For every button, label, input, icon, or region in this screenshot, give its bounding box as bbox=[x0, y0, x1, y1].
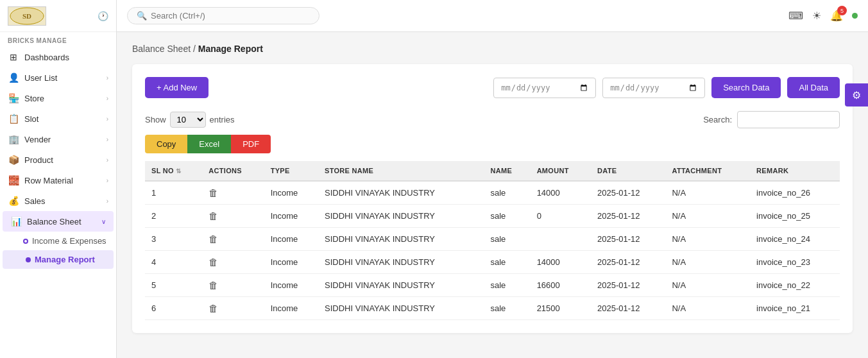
cell-remark: invoice_no_25 bbox=[750, 205, 840, 228]
cell-date: 2025-01-12 bbox=[591, 251, 665, 274]
cell-amount: 0 bbox=[531, 205, 591, 228]
sidebar-item-label: Sales bbox=[24, 196, 46, 206]
cell-name: sale bbox=[484, 274, 530, 297]
cell-name: sale bbox=[484, 297, 530, 320]
online-status-dot bbox=[852, 13, 858, 19]
cell-amount: 16600 bbox=[531, 274, 591, 297]
notification-icon[interactable]: 🔔 5 bbox=[830, 10, 843, 22]
dot-filled-icon bbox=[26, 257, 31, 262]
chevron-right-icon: › bbox=[106, 157, 108, 164]
chevron-right-icon: › bbox=[106, 115, 108, 123]
sidebar-item-slot[interactable]: 📋 Slot › bbox=[0, 108, 116, 129]
table-search-input[interactable] bbox=[737, 111, 840, 128]
delete-button[interactable]: 🗑 bbox=[208, 280, 218, 291]
cell-sl-no: 5 bbox=[145, 274, 202, 297]
cell-actions: 🗑 bbox=[202, 181, 264, 205]
cell-store-name: SIDDHI VINAYAK INDUSTRY bbox=[318, 251, 484, 274]
translate-icon[interactable]: ⌨ bbox=[788, 10, 803, 22]
chevron-right-icon: › bbox=[106, 198, 108, 205]
search-input[interactable] bbox=[151, 11, 310, 21]
show-label: Show bbox=[145, 115, 166, 124]
table-row: 3 🗑 Income SIDDHI VINAYAK INDUSTRY sale … bbox=[145, 228, 840, 251]
sidebar-item-user-list[interactable]: 👤 User List › bbox=[0, 67, 116, 88]
cell-type: Income bbox=[264, 181, 318, 205]
settings-gear-button[interactable]: ⚙ bbox=[845, 83, 868, 107]
cell-store-name: SIDDHI VINAYAK INDUSTRY bbox=[318, 274, 484, 297]
sidebar-item-dashboards[interactable]: ⊞ Dashboards bbox=[0, 47, 116, 67]
vender-icon: 🏢 bbox=[8, 134, 19, 144]
col-date: DATE bbox=[591, 161, 665, 181]
cell-amount bbox=[531, 228, 591, 251]
cell-type: Income bbox=[264, 228, 318, 251]
cell-actions: 🗑 bbox=[202, 205, 264, 228]
search-box[interactable]: 🔍 bbox=[127, 7, 319, 24]
cell-store-name: SIDDHI VINAYAK INDUSTRY bbox=[318, 205, 484, 228]
cell-name: sale bbox=[484, 181, 530, 205]
col-attachment: ATTACHMENT bbox=[665, 161, 750, 181]
cell-actions: 🗑 bbox=[202, 228, 264, 251]
cell-remark: invoice_no_23 bbox=[750, 251, 840, 274]
cell-sl-no: 1 bbox=[145, 181, 202, 205]
sidebar-item-balance-sheet[interactable]: 📊 Balance Sheet ∨ bbox=[3, 211, 114, 232]
search-data-button[interactable]: Search Data bbox=[711, 77, 781, 98]
table-search: Search: bbox=[703, 111, 840, 128]
settings-icon[interactable]: ☀ bbox=[812, 10, 821, 22]
date-to-input[interactable] bbox=[602, 78, 705, 98]
pdf-button[interactable]: PDF bbox=[231, 135, 271, 153]
table-row: 4 🗑 Income SIDDHI VINAYAK INDUSTRY sale … bbox=[145, 251, 840, 274]
cell-type: Income bbox=[264, 297, 318, 320]
delete-button[interactable]: 🗑 bbox=[208, 303, 218, 314]
cell-type: Income bbox=[264, 205, 318, 228]
cell-name: sale bbox=[484, 205, 530, 228]
entries-label: entries bbox=[210, 115, 235, 124]
all-data-button[interactable]: All Data bbox=[787, 77, 840, 98]
cell-store-name: SIDDHI VINAYAK INDUSTRY bbox=[318, 228, 484, 251]
col-actions: ACTIONS bbox=[202, 161, 264, 181]
sidebar-sub-item-label: Manage Report bbox=[35, 255, 95, 264]
sidebar-item-vender[interactable]: 🏢 Vender › bbox=[0, 129, 116, 149]
delete-button[interactable]: 🗑 bbox=[208, 257, 218, 268]
cell-attachment: N/A bbox=[665, 181, 750, 205]
sidebar: SD 🕐 BRICKS MANAGE ⊞ Dashboards 👤 User L… bbox=[0, 0, 117, 358]
cell-amount: 14000 bbox=[531, 251, 591, 274]
cell-attachment: N/A bbox=[665, 297, 750, 320]
sidebar-item-label: User List bbox=[24, 73, 57, 83]
chevron-right-icon: › bbox=[106, 136, 108, 143]
delete-button[interactable]: 🗑 bbox=[208, 187, 218, 198]
sidebar-section-label: BRICKS MANAGE bbox=[0, 32, 116, 47]
entries-select[interactable]: 10 25 50 100 bbox=[170, 112, 206, 128]
user-icon: 👤 bbox=[8, 72, 19, 83]
table-row: 2 🗑 Income SIDDHI VINAYAK INDUSTRY sale … bbox=[145, 205, 840, 228]
sidebar-item-manage-report[interactable]: Manage Report bbox=[3, 250, 114, 269]
main-card: + Add New Search Data All Data Show 10 2… bbox=[132, 64, 853, 333]
sidebar-item-income-expenses[interactable]: Income & Expenses bbox=[0, 232, 116, 250]
copy-button[interactable]: Copy bbox=[145, 135, 187, 153]
col-type: TYPE bbox=[264, 161, 318, 181]
logo: SD bbox=[8, 6, 46, 26]
col-sl-no[interactable]: SL NO bbox=[145, 161, 202, 181]
excel-button[interactable]: Excel bbox=[187, 135, 231, 153]
delete-button[interactable]: 🗑 bbox=[208, 234, 218, 244]
table-row: 5 🗑 Income SIDDHI VINAYAK INDUSTRY sale … bbox=[145, 274, 840, 297]
sidebar-item-row-material[interactable]: 🧱 Row Material › bbox=[0, 170, 116, 191]
content-area: Balance Sheet / Manage Report + Add New … bbox=[117, 32, 868, 358]
delete-button[interactable]: 🗑 bbox=[208, 210, 218, 221]
chevron-right-icon: › bbox=[106, 177, 108, 184]
sidebar-item-store[interactable]: 🏪 Store › bbox=[0, 88, 116, 108]
col-name: NAME bbox=[484, 161, 530, 181]
sidebar-item-product[interactable]: 📦 Product › bbox=[0, 149, 116, 170]
add-new-button[interactable]: + Add New bbox=[145, 77, 208, 98]
date-from-input[interactable] bbox=[493, 78, 596, 98]
cell-attachment: N/A bbox=[665, 251, 750, 274]
sidebar-item-sales[interactable]: 💰 Sales › bbox=[0, 191, 116, 211]
table-row: 1 🗑 Income SIDDHI VINAYAK INDUSTRY sale … bbox=[145, 181, 840, 205]
sidebar-item-label: Vender bbox=[24, 135, 51, 144]
search-label: Search: bbox=[703, 115, 732, 124]
breadcrumb: Balance Sheet / Manage Report bbox=[132, 44, 853, 54]
breadcrumb-parent: Balance Sheet bbox=[132, 44, 191, 54]
cell-type: Income bbox=[264, 274, 318, 297]
show-entries: Show 10 25 50 100 entries bbox=[145, 112, 235, 128]
cell-store-name: SIDDHI VINAYAK INDUSTRY bbox=[318, 181, 484, 205]
search-icon: 🔍 bbox=[137, 11, 147, 21]
col-remark: REMARK bbox=[750, 161, 840, 181]
